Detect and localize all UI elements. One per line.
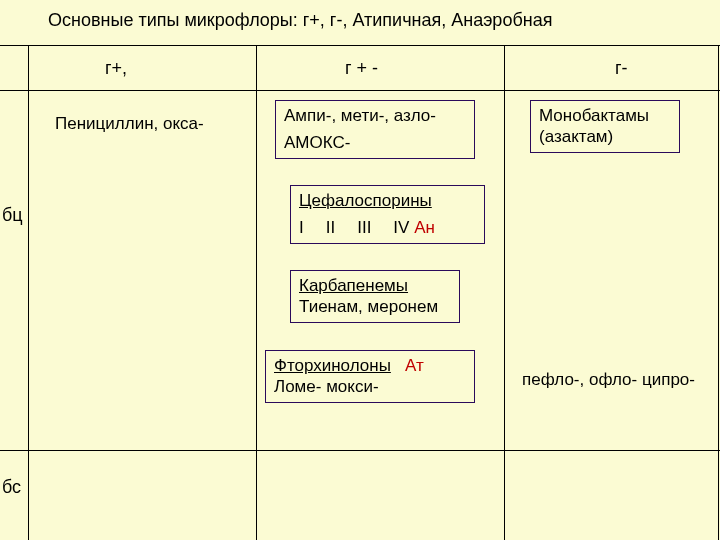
box-ampi-line1: Ампи-, мети-, азло-: [284, 105, 466, 126]
box-mono-line1: Монобактамы: [539, 105, 671, 126]
ceph-gen-3: III: [357, 217, 371, 238]
ceph-title: Цефалоспорины: [299, 190, 476, 211]
box-ampi-amoks: Ампи-, мети-, азло- АМОКС-: [275, 100, 475, 159]
box-ampi-line2: АМОКС-: [284, 132, 466, 153]
col-header-gplusminus: г + -: [345, 58, 378, 79]
grid-vline: [28, 45, 29, 540]
fq-line2: Ломе- мокси-: [274, 376, 466, 397]
box-monobactams: Монобактамы (азактам): [530, 100, 680, 153]
ceph-gen-2: II: [326, 217, 335, 238]
row-label-bc: бц: [2, 205, 23, 226]
label-peflo-oflo-cipro: пефло-, офло- ципро-: [522, 370, 695, 390]
carb-line2: Тиенам, меронем: [299, 296, 451, 317]
label-penicillin: Пенициллин, окса-: [55, 114, 204, 134]
box-carbapenems: Карбапенемы Тиенам, меронем: [290, 270, 460, 323]
box-mono-line2: (азактам): [539, 126, 671, 147]
fq-at: Ат: [405, 356, 424, 375]
col-header-gminus: г-: [615, 58, 628, 79]
ceph-gen-1: I: [299, 217, 304, 238]
carb-title: Карбапенемы: [299, 275, 451, 296]
fq-title: Фторхинолоны: [274, 356, 391, 375]
diagram-title: Основные типы микрофлоры: г+, г-, Атипич…: [48, 10, 552, 31]
grid-hline: [0, 450, 720, 451]
grid-hline: [0, 90, 720, 91]
ceph-an: Ан: [414, 218, 435, 237]
grid-vline: [504, 45, 505, 540]
box-cephalosporins: Цефалоспорины I II III IV Ан: [290, 185, 485, 244]
row-label-bs: бс: [2, 477, 21, 498]
col-header-gplus: г+,: [105, 58, 127, 79]
grid-vline: [256, 45, 257, 540]
grid-hline: [0, 45, 720, 46]
ceph-gen-4: IV: [393, 218, 409, 237]
box-fluoroquinolones: Фторхинолоны Ат Ломе- мокси-: [265, 350, 475, 403]
grid-vline: [718, 45, 719, 540]
